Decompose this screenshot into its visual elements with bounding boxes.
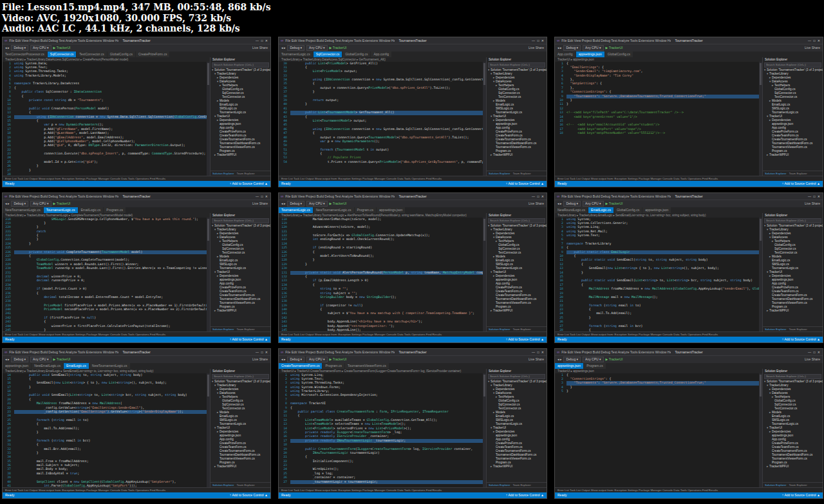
bottom-panel-tabs[interactable]: Error List Task List Output Show output … <box>279 331 547 337</box>
panel-tab[interactable]: Team Explorer <box>512 327 530 331</box>
start-debug-button[interactable]: ▶ TrackerUI <box>53 201 71 205</box>
document-tab[interactable]: TournamentLogic.cs <box>279 207 313 213</box>
document-tab[interactable]: CreatePrizeForm.cs <box>136 51 169 57</box>
live-share-button[interactable]: Live Share <box>805 46 820 50</box>
editor-breadcrumb[interactable]: TrackerLibrary ▸ TrackerLibrary.DataAcce… <box>279 57 486 62</box>
document-tab[interactable]: NewTournamentLogic.cs <box>3 207 43 213</box>
platform-dropdown[interactable]: Any CPU ▾ <box>30 45 51 51</box>
panel-tab[interactable]: Solution Explorer <box>212 327 234 331</box>
nav-back-forward-icons[interactable]: ◂ ▸ <box>281 357 285 361</box>
document-tab[interactable]: GlobalConfig.cs <box>108 51 135 57</box>
panel-tab[interactable]: Solution Explorer <box>765 483 786 487</box>
configuration-dropdown[interactable]: Debug ▾ <box>11 201 28 207</box>
menu-bar[interactable]: File Edit View Project Build Debug Test … <box>561 39 671 42</box>
editor-breadcrumb[interactable]: TrackerUI ▸ appsettings.json <box>555 57 762 62</box>
document-tab[interactable]: TournamentLogic.cs <box>279 51 313 57</box>
add-to-source-control-button[interactable]: ↑ Add to Source Control ▲ <box>506 493 544 497</box>
bottom-panel-tabs[interactable]: Error List Task List Output Show output … <box>279 176 547 181</box>
editor-scrollbar[interactable] <box>483 373 486 487</box>
panel-tab[interactable]: Team Explorer <box>512 171 530 176</box>
add-to-source-control-button[interactable]: ↑ Add to Source Control ▲ <box>506 337 544 341</box>
platform-dropdown[interactable]: Any CPU ▾ <box>583 357 603 362</box>
menu-bar[interactable]: File Edit View Project Build Debug Test … <box>561 194 671 198</box>
bottom-panel-tabs[interactable]: Error List Task List Output Show output … <box>555 487 823 492</box>
document-tab[interactable]: App.config <box>555 51 576 57</box>
live-share-button[interactable]: Live Share <box>252 357 268 361</box>
document-tab[interactable]: GlobalConfig.cs <box>605 51 633 57</box>
bottom-panel-tabs[interactable]: Error List Task List Output Show output … <box>555 176 823 181</box>
start-debug-button[interactable]: ▶ TrackerUI <box>330 201 347 205</box>
document-tab[interactable]: appsettings.json <box>576 51 604 57</box>
start-debug-button[interactable]: ▶ TrackerUI <box>606 357 623 361</box>
start-debug-button[interactable]: ▶ TrackerUI <box>53 46 71 50</box>
add-to-source-control-button[interactable]: ↑ Add to Source Control ▲ <box>230 182 268 185</box>
configuration-dropdown[interactable]: Debug ▾ <box>287 45 304 51</box>
start-debug-button[interactable]: ▶ TrackerUI <box>53 357 71 361</box>
panel-tab[interactable]: Solution Explorer <box>212 483 234 487</box>
bottom-panel-tabs[interactable]: Error List Task List Output Show output … <box>3 487 270 492</box>
solution-explorer-search-input[interactable]: Search Solution Explorer (Ctrl+;) <box>764 218 821 223</box>
live-share-button[interactable]: Live Share <box>252 46 268 50</box>
window-buttons[interactable]: — □ ✕ <box>808 39 821 42</box>
document-tab[interactable]: Program.cs <box>104 207 126 213</box>
panel-tab[interactable]: Solution Explorer <box>489 171 510 176</box>
add-to-source-control-button[interactable]: ↑ Add to Source Control ▲ <box>782 337 820 341</box>
live-share-button[interactable]: Live Share <box>529 201 544 205</box>
configuration-dropdown[interactable]: Debug ▾ <box>11 357 28 362</box>
menu-bar[interactable]: File Edit View Project Build Debug Test … <box>9 350 118 354</box>
live-share-button[interactable]: Live Share <box>252 201 268 205</box>
panel-tab[interactable]: Team Explorer <box>789 171 807 176</box>
bottom-panel-tabs[interactable]: Error List Task List Output Show output … <box>3 331 270 337</box>
platform-dropdown[interactable]: Any CPU ▾ <box>306 45 327 51</box>
document-tab[interactable]: App.config <box>371 51 391 57</box>
add-to-source-control-button[interactable]: ↑ Add to Source Control ▲ <box>230 337 268 341</box>
document-tab[interactable]: Program.cs <box>584 363 606 369</box>
window-buttons[interactable]: — □ ✕ <box>256 194 268 198</box>
document-tab[interactable]: appsettings.json <box>377 207 405 213</box>
code-lines[interactable]: using System.Data;using System.Text;usin… <box>12 62 207 176</box>
document-tab[interactable]: EmailLogic.cs <box>64 363 89 369</box>
tree-item[interactable]: ▸TrackerWPFUI <box>487 465 547 469</box>
code-lines[interactable]: public void SendEmail(string to, string … <box>12 373 207 487</box>
solution-explorer-search-input[interactable]: Search Solution Explorer (Ctrl+;) <box>212 218 269 223</box>
add-to-source-control-button[interactable]: ↑ Add to Source Control ▲ <box>506 182 544 185</box>
panel-tab[interactable]: Solution Explorer <box>212 171 234 176</box>
add-to-source-control-button[interactable]: ↑ Add to Source Control ▲ <box>230 493 268 497</box>
menu-bar[interactable]: File Edit View Project Build Debug Test … <box>561 350 671 354</box>
panel-tab[interactable]: Solution Explorer <box>489 483 510 487</box>
add-to-source-control-button[interactable]: ↑ Add to Source Control ▲ <box>782 182 820 185</box>
document-tab[interactable]: TextConnectorProcessor.cs <box>3 51 47 57</box>
editor-scrollbar[interactable] <box>207 373 210 487</box>
code-lines[interactable]: public List<PrizeModel> GetPrizes_All() … <box>288 62 483 176</box>
menu-bar[interactable]: File Edit View Project Build Debug Test … <box>285 39 395 42</box>
panel-tab[interactable]: Team Explorer <box>236 327 254 331</box>
window-buttons[interactable]: — □ ✕ <box>532 350 545 354</box>
window-buttons[interactable]: — □ ✕ <box>532 194 545 198</box>
live-share-button[interactable]: Live Share <box>805 357 820 361</box>
tree-item[interactable]: ▸TrackerWPFUI <box>211 153 270 157</box>
tree-item[interactable]: ▸TrackerWPFUI <box>487 309 547 313</box>
solution-explorer-search-input[interactable]: Search Solution Explorer (Ctrl+;) <box>488 62 545 68</box>
window-buttons[interactable]: — □ ✕ <box>256 39 268 42</box>
editor-breadcrumb[interactable]: TrackerLibrary ▸ TrackerLibrary.DataAcce… <box>3 57 210 62</box>
document-tab[interactable]: SqlConnector.cs <box>314 51 342 57</box>
code-lines[interactable]: MarkWinnerInMatchups(toScore, model); Ad… <box>288 218 483 331</box>
editor-scrollbar[interactable] <box>759 218 762 331</box>
editor-scrollbar[interactable] <box>483 62 486 176</box>
panel-tab[interactable]: Team Explorer <box>789 327 807 331</box>
configuration-dropdown[interactable]: Debug ▾ <box>287 357 304 362</box>
nav-back-forward-icons[interactable]: ◂ ▸ <box>281 201 285 205</box>
menu-bar[interactable]: File Edit View Project Build Debug Test … <box>285 194 395 198</box>
tree-item[interactable]: ▸TrackerWPFUI <box>763 465 823 469</box>
editor-scrollbar[interactable] <box>759 373 762 487</box>
nav-back-forward-icons[interactable]: ◂ ▸ <box>557 357 561 361</box>
platform-dropdown[interactable]: Any CPU ▾ <box>30 357 51 362</box>
document-tab[interactable]: CreateTournamentForm.cs <box>279 363 322 369</box>
tree-item[interactable]: ▸TrackerWPFUI <box>211 309 270 313</box>
panel-tab[interactable]: Team Explorer <box>236 483 254 487</box>
platform-dropdown[interactable]: Any CPU ▾ <box>30 201 51 207</box>
editor-breadcrumb[interactable]: TrackerUI ▸ TrackerUI.CreateTournamentFo… <box>279 369 486 373</box>
platform-dropdown[interactable]: Any CPU ▾ <box>306 201 327 207</box>
live-share-button[interactable]: Live Share <box>529 357 544 361</box>
bottom-panel-tabs[interactable]: Error List Task List Output Show output … <box>279 487 547 492</box>
